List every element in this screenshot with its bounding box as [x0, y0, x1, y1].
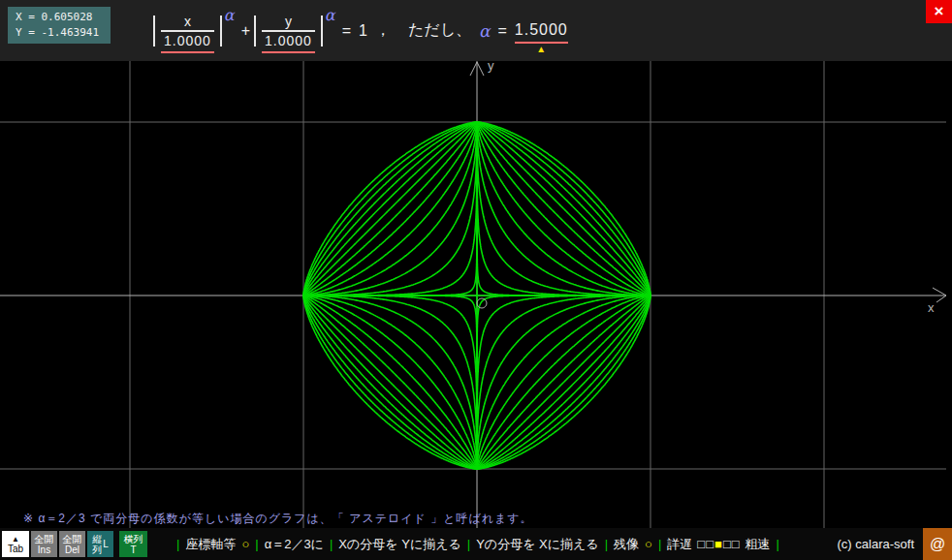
speed-step-icons[interactable]: □□ [697, 537, 714, 551]
menu-item-y-denominator-match[interactable]: Yの分母を Xに揃える [476, 536, 598, 553]
triangle-up-icon: ▲ [12, 535, 19, 544]
coordinate-y: Y = -1.463941 [16, 25, 111, 41]
y-denominator-value[interactable]: 1.0000 [262, 34, 315, 48]
fullopen-ins-button[interactable]: 全開 Ins [31, 531, 57, 557]
speed-slow-label: 詳遅 [667, 536, 692, 553]
equation-display: x 1.0000 α + y 1.0000 α = 1 ， ただし、 α = 1… [153, 0, 568, 61]
menu-separator: | [176, 537, 179, 551]
speed-selector[interactable]: 詳遅 □□■□□ 粗速 [667, 536, 770, 553]
top-bar: X = 0.605028 Y = -1.463941 x 1.0000 α + … [0, 0, 952, 61]
speed-step-selected-icon[interactable]: ■ [714, 537, 723, 551]
menu-item-afterimage[interactable]: 残像 ○ [614, 536, 652, 553]
afterimage-indicator-icon: ○ [645, 537, 652, 551]
fraction-bar [161, 30, 214, 32]
plot-canvas[interactable]: yx [0, 0, 952, 560]
abs-bar-icon [220, 16, 222, 47]
menu-separator: | [467, 537, 470, 551]
tab-button-label: Tab [8, 544, 23, 554]
comma: ， [375, 20, 391, 41]
plus-sign: + [241, 22, 250, 40]
fullopen-del-line2: Del [65, 544, 79, 555]
alpha-equals-sign: = [497, 22, 506, 40]
copyright-text: (c) calara-soft [838, 537, 914, 551]
menu-item-alpha-label: α＝2／3に [265, 536, 324, 553]
x-numerator: x [184, 15, 191, 29]
fraction-bar [262, 30, 315, 32]
speed-step-icons[interactable]: □□ [723, 537, 741, 551]
alpha-exponent: α [224, 6, 235, 24]
x-denominator-value[interactable]: 1.0000 [161, 34, 214, 48]
menu-item-x-denominator-match[interactable]: Xの分母を Yに揃える [338, 536, 460, 553]
axes-indicator-icon: ○ [241, 537, 249, 551]
at-icon: @ [930, 536, 945, 553]
menu-item-afterimage-label: 残像 [614, 536, 639, 553]
vertical-column-button[interactable]: 縦 列 L [87, 531, 113, 557]
close-button[interactable]: × [926, 0, 952, 23]
abs-bar-icon [321, 16, 323, 47]
x-fraction: x 1.0000 [161, 15, 214, 53]
toolbar-menu: | 座標軸等 ○ | α＝2／3に | Xの分母を Yに揃える | Yの分母を … [171, 536, 785, 553]
bottom-toolbar: ▲ Tab 全開 Ins 全開 Del 縦 列 L 横列 T | 座標軸等 ○ … [0, 528, 952, 560]
alpha-value-control[interactable]: 1.5000 ▲ [515, 21, 568, 53]
alpha-symbol: α [479, 21, 490, 41]
menu-item-alpha-two-thirds[interactable]: α＝2／3に [265, 536, 324, 553]
abs-bar-icon [153, 16, 155, 47]
y-denominator-underline [262, 51, 315, 53]
contact-at-button[interactable]: @ [923, 528, 952, 560]
menu-separator: | [255, 537, 258, 551]
vertical-column-key: L [103, 539, 109, 549]
menu-separator: | [330, 537, 333, 551]
x-denominator-underline [161, 51, 214, 53]
menu-separator: | [658, 537, 661, 551]
coordinate-x: X = 0.605028 [16, 10, 111, 25]
y-fraction: y 1.0000 [262, 15, 315, 53]
menu-item-x-denom-label: Xの分母を Yに揃える [338, 536, 460, 553]
alpha-marker-icon: ▲ [536, 45, 546, 53]
close-icon: × [935, 2, 944, 21]
cursor-circle-icon [477, 298, 487, 308]
one-value: 1 [359, 22, 367, 40]
fullopen-ins-line2: Ins [38, 544, 50, 555]
horizontal-row-key: T [130, 544, 136, 555]
horizontal-row-label: 横列 [124, 534, 143, 544]
x-axis-label: x [928, 300, 935, 315]
alpha-value[interactable]: 1.5000 [515, 21, 568, 39]
fullopen-del-button[interactable]: 全開 Del [59, 531, 85, 557]
abs-bar-icon [254, 16, 256, 47]
condition-text: ただし、 [408, 20, 471, 41]
tab-button[interactable]: ▲ Tab [2, 531, 29, 557]
menu-separator: | [777, 537, 779, 551]
equals-sign: = [342, 22, 351, 40]
alpha-exponent: α [325, 6, 335, 24]
speed-fast-label: 粗速 [746, 536, 771, 553]
coordinate-readout: X = 0.605028 Y = -1.463941 [8, 7, 111, 44]
menu-item-axes[interactable]: 座標軸等 ○ [185, 536, 249, 553]
astroid-note: ※ α＝2／3 で両分母の係数が等しい場合のグラフは、「 アステロイド 」と呼ば… [23, 511, 533, 527]
y-numerator: y [285, 15, 292, 29]
vertical-column-char2: 列 [92, 544, 102, 555]
menu-separator: | [605, 537, 608, 551]
fullopen-ins-line1: 全開 [35, 534, 54, 544]
fullopen-del-line1: 全開 [63, 534, 82, 544]
horizontal-row-button[interactable]: 横列 T [119, 531, 147, 557]
menu-item-y-denom-label: Yの分母を Xに揃える [476, 536, 598, 553]
menu-item-axes-label: 座標軸等 [185, 536, 236, 553]
vertical-column-char1: 縦 [92, 534, 102, 544]
